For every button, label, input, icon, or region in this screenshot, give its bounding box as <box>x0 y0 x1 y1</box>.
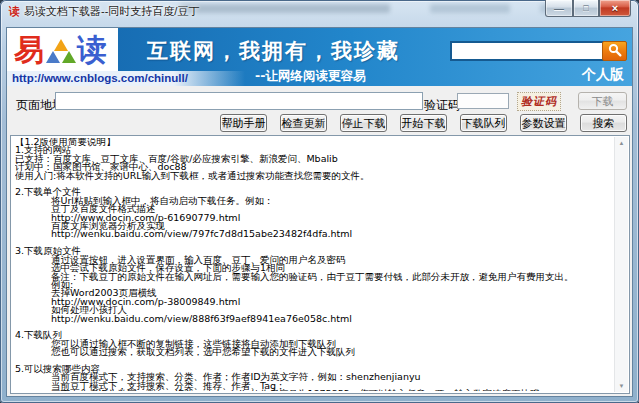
header-search-button[interactable] <box>602 41 627 61</box>
header-search-input[interactable] <box>450 41 606 61</box>
titlebar-glass-reflection <box>180 4 390 13</box>
toolbar-button-1[interactable]: 帮助手册 <box>220 114 267 132</box>
download-button[interactable]: 下载 <box>578 92 627 110</box>
page-address-input[interactable] <box>55 92 423 110</box>
toolbar-button-7[interactable]: 搜索 <box>580 114 627 132</box>
titlebar-glass-reflection <box>430 4 510 13</box>
toolbar: 帮助手册检查更新停止下载开始下载下载队列参数设置搜索 <box>220 114 627 132</box>
header-banner: 易 读 http://www.cnblogs.com/chinull/ 互联网，… <box>7 28 632 86</box>
app-logo: 易 读 <box>7 28 118 71</box>
minimize-button[interactable]: — <box>545 0 573 17</box>
close-button[interactable]: × <box>599 0 631 17</box>
toolbar-button-5[interactable]: 下载队列 <box>460 114 507 132</box>
captcha-input[interactable] <box>457 93 509 109</box>
app-icon: 读 <box>9 4 20 19</box>
logo-triangle-icon <box>46 39 76 65</box>
slogan-main: 互联网，我拥有，我珍藏 <box>147 37 400 65</box>
site-url-link[interactable]: http://www.cnblogs.com/chinull/ <box>7 71 245 86</box>
manual-text: 【1.2版使用简要说明】 1.支持的网站 已支持：百度文库、豆丁文库、百度/谷歌… <box>15 138 612 391</box>
window-title: 易读文档下载器--同时支持百度/豆丁 <box>24 4 199 19</box>
titlebar[interactable]: 读 易读文档下载器--同时支持百度/豆丁 — □ × <box>0 0 639 28</box>
window-controls: — □ × <box>545 0 631 17</box>
toolbar-button-6[interactable]: 参数设置 <box>520 114 567 132</box>
toolbar-button-2[interactable]: 检查更新 <box>280 114 327 132</box>
app-window: 读 易读文档下载器--同时支持百度/豆丁 — □ × 易 读 http://ww… <box>0 0 639 403</box>
manual-textarea[interactable]: 【1.2版使用简要说明】 1.支持的网站 已支持：百度文库、豆丁文库、百度/谷歌… <box>10 135 630 394</box>
client-area: 易 读 http://www.cnblogs.com/chinull/ 互联网，… <box>7 28 632 396</box>
maximize-button[interactable]: □ <box>573 0 599 17</box>
captcha-image[interactable]: 验证码 <box>517 92 561 111</box>
search-icon <box>608 43 622 60</box>
logo-char-yi: 易 <box>14 35 44 65</box>
toolbar-button-4[interactable]: 开始下载 <box>400 114 447 132</box>
toolbar-button-3[interactable]: 停止下载 <box>340 114 387 132</box>
edition-badge: 个人版 <box>582 66 624 84</box>
scroll-up-icon[interactable]: ▲ <box>615 137 628 149</box>
scroll-down-icon[interactable]: ▼ <box>615 380 628 392</box>
slogan-sub: --让网络阅读更容易 <box>255 68 365 85</box>
vertical-scrollbar[interactable]: ▲ ▼ <box>614 137 628 392</box>
logo-char-du: 读 <box>77 35 107 65</box>
